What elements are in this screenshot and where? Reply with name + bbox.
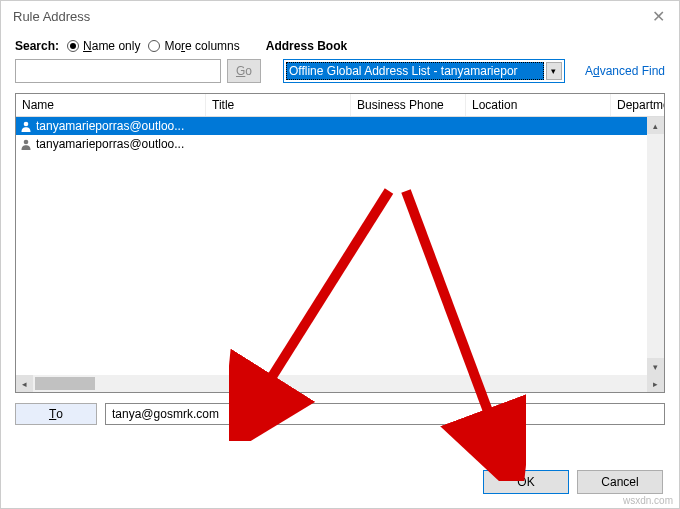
col-department[interactable]: Department	[611, 94, 664, 116]
go-button[interactable]: Go	[227, 59, 261, 83]
address-book-selected: Offline Global Address List - tanyamarie…	[286, 62, 544, 80]
person-icon	[20, 120, 32, 132]
col-location[interactable]: Location	[466, 94, 611, 116]
radio-more-columns[interactable]: More columns	[148, 39, 239, 53]
list-header: Name Title Business Phone Location Depar…	[16, 94, 664, 117]
list-item-label: tanyamarieporras@outloo...	[36, 119, 184, 133]
radio-icon	[67, 40, 79, 52]
list-item[interactable]: tanyamarieporras@outloo...	[16, 117, 664, 135]
list-item-label: tanyamarieporras@outloo...	[36, 137, 184, 151]
person-icon	[20, 138, 32, 150]
cancel-button[interactable]: Cancel	[577, 470, 663, 494]
col-name[interactable]: Name	[16, 94, 206, 116]
watermark: wsxdn.com	[623, 495, 673, 506]
scroll-down-icon[interactable]: ▾	[647, 358, 664, 375]
address-book-select[interactable]: Offline Global Address List - tanyamarie…	[283, 59, 565, 83]
chevron-down-icon[interactable]: ▾	[546, 62, 562, 80]
col-business-phone[interactable]: Business Phone	[351, 94, 466, 116]
ok-button[interactable]: OK	[483, 470, 569, 494]
scroll-up-icon[interactable]: ▴	[647, 117, 664, 134]
titlebar: Rule Address ✕	[1, 1, 679, 31]
rule-address-dialog: Rule Address ✕ Search: Name only More co…	[0, 0, 680, 509]
scroll-left-icon[interactable]: ◂	[16, 375, 33, 392]
results-list: Name Title Business Phone Location Depar…	[15, 93, 665, 393]
list-body[interactable]: tanyamarieporras@outloo... tanyamariepor…	[16, 117, 664, 375]
horizontal-scrollbar[interactable]: ◂ ▸	[16, 375, 664, 392]
scroll-thumb[interactable]	[35, 377, 95, 390]
svg-point-0	[24, 122, 29, 127]
scroll-right-icon[interactable]: ▸	[647, 375, 664, 392]
vertical-scrollbar[interactable]: ▴ ▾	[647, 117, 664, 375]
search-label: Search:	[15, 39, 59, 53]
list-item[interactable]: tanyamarieporras@outloo...	[16, 135, 664, 153]
radio-name-only-label: Name only	[83, 39, 140, 53]
col-title[interactable]: Title	[206, 94, 351, 116]
window-title: Rule Address	[13, 9, 90, 24]
search-input[interactable]	[15, 59, 221, 83]
to-button[interactable]: To	[15, 403, 97, 425]
radio-icon	[148, 40, 160, 52]
to-input[interactable]	[105, 403, 665, 425]
advanced-find-link[interactable]: Advanced Find	[585, 64, 665, 78]
close-icon[interactable]: ✕	[646, 7, 671, 26]
address-book-label: Address Book	[266, 39, 347, 53]
svg-point-1	[24, 140, 29, 145]
radio-name-only[interactable]: Name only	[67, 39, 140, 53]
radio-more-columns-label: More columns	[164, 39, 239, 53]
